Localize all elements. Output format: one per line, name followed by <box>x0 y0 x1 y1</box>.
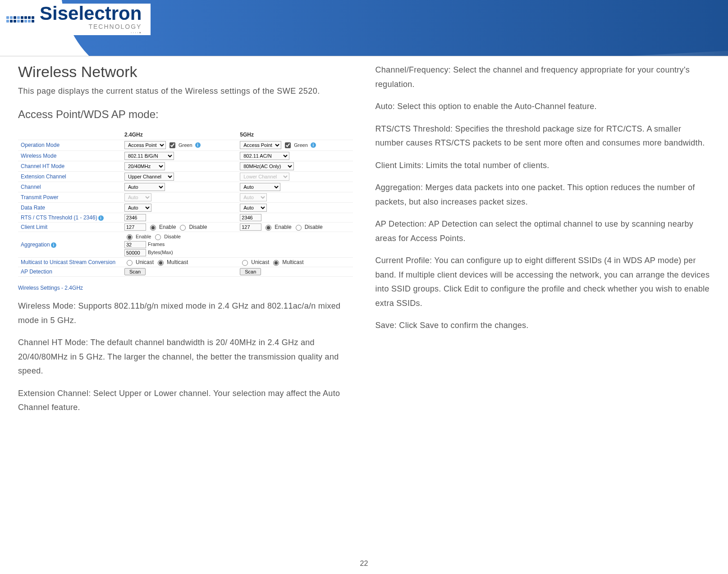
green-24-checkbox[interactable] <box>169 142 175 148</box>
mcast-5-uni-radio[interactable] <box>242 260 248 266</box>
wireless-settings-table: 2.4GHz 5GHz Operation Mode Access Point … <box>18 130 353 277</box>
disable-label: Disable <box>305 224 323 230</box>
info-icon: i <box>51 242 56 248</box>
row-aggregation: Aggregationi Enable Disable Frames Bytes… <box>18 232 353 258</box>
label-data-rate: Data Rate <box>18 202 122 213</box>
subsection-heading: Wireless Settings - 2.4GHz <box>18 285 353 291</box>
logo-icon <box>5 4 36 35</box>
row-ap-detection: AP Detection Scan Scan <box>18 267 353 277</box>
tx-5-select[interactable]: Auto <box>240 193 267 201</box>
frames-label: Frames <box>148 241 165 249</box>
row-operation-mode: Operation Mode Access Point Green i Acce… <box>18 140 353 150</box>
label-wireless-mode: Wireless Mode <box>18 150 122 161</box>
label-channel: Channel <box>18 182 122 192</box>
brand-logo: Siselectron TECHNOLOGY ····• <box>5 4 151 35</box>
ext-5-select[interactable]: Lower Channel <box>240 173 289 181</box>
row-ht-mode: Channel HT Mode 20/40MHz 80MHz(AC Only) <box>18 161 353 171</box>
rate-5-select[interactable]: Auto <box>240 204 267 212</box>
label-aggregation: Aggregationi <box>18 232 122 258</box>
climit-5-disable-radio[interactable] <box>296 225 302 231</box>
htmode-24-select[interactable]: 20/40MHz <box>124 162 165 170</box>
page-number: 22 <box>0 560 728 568</box>
paragraph-client-limits: Client Limits: Limits the total number o… <box>375 159 710 173</box>
logo-text: Siselectron <box>40 4 142 23</box>
row-rts: RTS / CTS Threshold (1 - 2346)i <box>18 213 353 222</box>
paragraph-save: Save: Click Save to confirm the changes. <box>375 319 710 333</box>
mcast-24-uni-radio[interactable] <box>127 260 133 266</box>
mcast-24-multi-radio[interactable] <box>158 260 164 266</box>
climit-5-input[interactable] <box>240 223 261 231</box>
agg-bytes-input[interactable] <box>124 249 146 256</box>
label-ap-detection: AP Detection <box>18 267 122 277</box>
bytes-label: Bytes(Max) <box>148 249 173 257</box>
opmode-5-select[interactable]: Access Point <box>240 141 281 149</box>
row-wireless-mode: Wireless Mode 802.11 B/G/N 802.11 AC/N <box>18 150 353 161</box>
row-multicast: Multicast to Unicast Stream Conversion U… <box>18 258 353 267</box>
enable-label: Enable <box>159 224 176 230</box>
paragraph-wireless-mode: Wireless Mode: Supports 802.11b/g/n mixe… <box>18 299 353 328</box>
col-24ghz: 2.4GHz <box>122 130 237 140</box>
row-tx-power: Transmit Power Auto Auto <box>18 192 353 202</box>
logo-decor: ····• <box>40 30 142 35</box>
mcast-5-multi-radio[interactable] <box>273 260 279 266</box>
info-icon: i <box>311 142 316 148</box>
label-client-limit: Client Limit <box>18 222 122 232</box>
paragraph-aggregation: Aggregation: Merges data packets into on… <box>375 181 710 209</box>
unicast-label: Unicast <box>251 259 269 265</box>
row-ext-channel: Extension Channel Upper Channel Lower Ch… <box>18 171 353 182</box>
paragraph-ht-mode: Channel HT Mode: The default channel ban… <box>18 336 353 378</box>
col-5ghz: 5GHz <box>237 130 353 140</box>
paragraph-channel-freq: Channel/Frequency: Select the channel an… <box>375 63 710 91</box>
opmode-24-select[interactable]: Access Point <box>124 141 166 149</box>
chan-5-select[interactable]: Auto <box>240 183 280 191</box>
rts-5-input[interactable] <box>240 214 261 221</box>
climit-5-enable-radio[interactable] <box>266 225 271 231</box>
rts-24-input[interactable] <box>124 214 146 221</box>
htmode-5-select[interactable]: 80MHz(AC Only) <box>240 162 294 170</box>
scan-5-button[interactable]: Scan <box>240 268 261 275</box>
rate-24-select[interactable]: Auto <box>124 204 151 212</box>
scan-24-button[interactable]: Scan <box>124 268 146 275</box>
wmode-24-select[interactable]: 802.11 B/G/N <box>124 152 174 160</box>
intro-text: This page displays the current status of… <box>18 84 353 98</box>
disable-label: Disable <box>189 224 207 230</box>
paragraph-rts: RTS/CTS Threshold: Specifies the thresho… <box>375 122 710 150</box>
label-tx-power: Transmit Power <box>18 192 122 202</box>
green-5-label: Green <box>294 142 308 148</box>
disable-label: Disable <box>164 233 181 241</box>
table-header-row: 2.4GHz 5GHz <box>18 130 353 140</box>
label-ext-channel: Extension Channel <box>18 171 122 182</box>
label-ht-mode: Channel HT Mode <box>18 161 122 171</box>
unicast-label: Unicast <box>136 259 154 265</box>
climit-24-input[interactable] <box>124 223 146 231</box>
info-icon: i <box>98 215 104 221</box>
header-swoosh <box>61 0 728 56</box>
climit-24-disable-radio[interactable] <box>180 225 186 231</box>
paragraph-ext-channel: Extension Channel: Select Upper or Lower… <box>18 387 353 415</box>
agg-enable-radio[interactable] <box>127 234 133 240</box>
green-5-checkbox[interactable] <box>285 142 291 148</box>
paragraph-auto: Auto: Select this option to enable the A… <box>375 100 710 114</box>
right-column: Channel/Frequency: Select the channel an… <box>375 63 710 415</box>
climit-24-enable-radio[interactable] <box>150 225 156 231</box>
paragraph-current-profile: Current Profile: You can configure up to… <box>375 254 710 310</box>
row-client-limit: Client Limit Enable Disable Enable Disab… <box>18 222 353 232</box>
chan-24-select[interactable]: Auto <box>124 183 165 191</box>
enable-label: Enable <box>136 233 151 241</box>
row-data-rate: Data Rate Auto Auto <box>18 202 353 213</box>
page-content: Wireless Network This page displays the … <box>0 56 728 424</box>
agg-frames-input[interactable] <box>124 241 146 248</box>
wmode-5-select[interactable]: 802.11 AC/N <box>240 152 289 160</box>
label-operation-mode: Operation Mode <box>18 140 122 150</box>
tx-24-select[interactable]: Auto <box>124 193 151 201</box>
ext-24-select[interactable]: Upper Channel <box>124 173 174 181</box>
info-icon: i <box>195 142 201 148</box>
row-channel: Channel Auto Auto <box>18 182 353 192</box>
page-title: Wireless Network <box>18 63 353 81</box>
agg-disable-radio[interactable] <box>155 234 161 240</box>
paragraph-ap-detection: AP Detection: AP Detection can select th… <box>375 217 710 246</box>
multicast-label: Multicast <box>167 259 188 265</box>
section-heading: Access Point/WDS AP mode: <box>18 108 353 121</box>
multicast-label: Multicast <box>282 259 303 265</box>
green-24-label: Green <box>179 142 192 148</box>
